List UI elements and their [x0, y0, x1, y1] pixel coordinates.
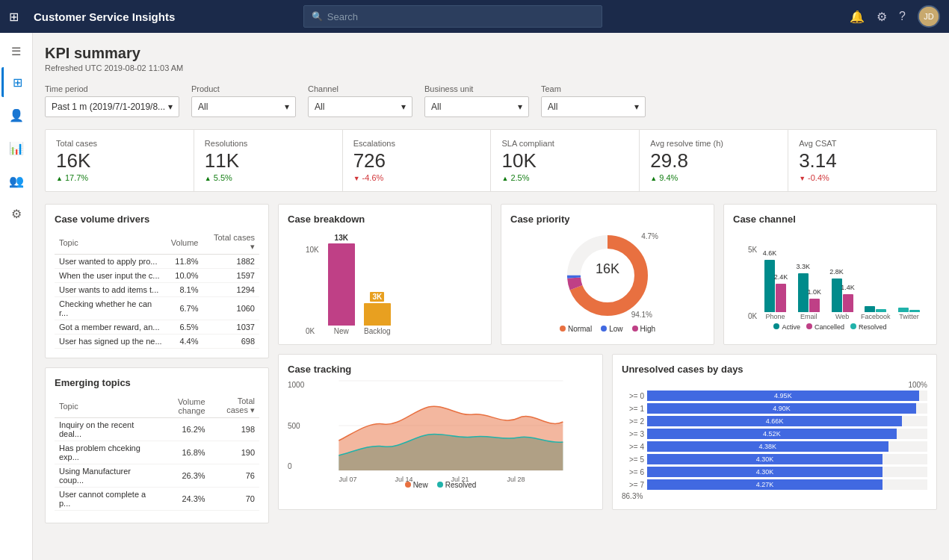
kpi-card: Avg resolve time (h) 29.8 9.4%	[640, 130, 788, 191]
emerging-topics-table: Topic Volume change Total cases ▾ Inquir…	[55, 394, 259, 514]
sidebar-item-dashboard[interactable]: ⊞	[1, 67, 31, 97]
unresolved-bar: 4.90K	[647, 403, 916, 414]
product-label: Product	[191, 84, 296, 93]
chevron-down-icon: ▾	[518, 102, 522, 112]
unresolved-row: >= 1 4.90K	[622, 403, 927, 414]
unresolved-bar-container: 4.90K	[647, 403, 927, 414]
business-unit-filter: Business unit All ▾	[424, 84, 529, 117]
page-title: KPI summary	[45, 45, 937, 62]
backlog-bar	[364, 303, 391, 326]
kpi-arrow-icon	[56, 173, 63, 182]
team-label: Team	[541, 84, 646, 93]
pct-bottom: 86.3%	[622, 492, 927, 500]
col-total-et: Total cases ▾	[210, 394, 259, 418]
main-layout: ☰ ⊞ 👤 📊 👥 ⚙ KPI summary Refreshed UTC 20…	[0, 33, 949, 560]
table-row[interactable]: User wants to add items t... 8.1% 1294	[55, 283, 259, 297]
group-icon: 👥	[9, 174, 24, 188]
col-topic: Topic	[55, 231, 167, 255]
col-volume: Volume	[167, 231, 203, 255]
sidebar-item-teams[interactable]: 👥	[1, 166, 31, 196]
kpi-label: Escalations	[353, 139, 480, 148]
case-breakdown-title: Case breakdown	[288, 214, 482, 225]
sidebar-item-contacts[interactable]: 👤	[1, 100, 31, 130]
bell-icon[interactable]: 🔔	[850, 10, 865, 24]
kpi-change: 2.5%	[501, 173, 628, 182]
bars-container: 13K New 3K Backlog	[328, 246, 476, 335]
hamburger-button[interactable]: ☰	[5, 39, 27, 64]
kpi-value: 29.8	[650, 151, 777, 170]
kpi-arrow-icon	[650, 173, 657, 182]
kpi-arrow-icon	[353, 173, 360, 182]
time-period-label: Time period	[45, 84, 179, 93]
waffle-icon[interactable]: ⊞	[9, 10, 19, 24]
unresolved-row: >= 4 4.38K	[622, 441, 927, 452]
channel-twitter: Twitter	[894, 308, 924, 320]
unresolved-bar-container: 4.27K	[647, 479, 927, 490]
unresolved-bar: 4.95K	[647, 391, 919, 401]
top-navigation: ⊞ Customer Service Insights 🔍 🔔 ⚙ ?	[0, 0, 949, 33]
table-row[interactable]: Inquiry on the recent deal... 16.2% 198	[55, 418, 259, 441]
table-row[interactable]: When the user input the c... 10.0% 1597	[55, 269, 259, 283]
time-period-select[interactable]: Past 1 m (2019/7/1-2019/8... ▾	[45, 96, 179, 117]
case-priority-card: Case priority	[501, 204, 714, 345]
top-chart-row: Case breakdown 10K 0K 13K New	[278, 204, 937, 345]
channel-select[interactable]: All ▾	[308, 96, 412, 117]
kpi-card: Escalations 726 -4.6%	[343, 130, 491, 191]
chart-icon: 📊	[9, 141, 24, 155]
table-row[interactable]: Got a member reward, an... 6.5% 1037	[55, 320, 259, 335]
table-row[interactable]: User cannot complete a p... 24.3% 70	[55, 488, 259, 511]
chevron-down-icon: ▾	[634, 102, 639, 112]
unresolved-title: Unresolved cases by days	[622, 364, 927, 375]
unresolved-bar-container: 4.30K	[647, 454, 927, 464]
chevron-down-icon: ▾	[285, 102, 289, 112]
person-icon: 👤	[9, 108, 24, 122]
case-volume-table-wrapper[interactable]: Topic Volume Total cases ▾ User wanted t…	[55, 231, 259, 349]
unresolved-chart: >= 0 4.95K >= 1 4.90K >= 2 4.66K >= 3 4.…	[622, 391, 927, 490]
emerging-topics-table-wrapper[interactable]: Topic Volume change Total cases ▾ Inquir…	[55, 394, 259, 514]
table-row[interactable]: User has signed up the ne... 4.4% 698	[55, 335, 259, 349]
table-row[interactable]: Has problem chceking exp... 16.8% 190	[55, 441, 259, 464]
svg-text:Jul 21: Jul 21	[451, 476, 469, 483]
dashboard-icon: ⊞	[13, 75, 22, 90]
col-topic-et: Topic	[55, 394, 152, 418]
kpi-value: 726	[353, 151, 480, 170]
help-icon[interactable]: ?	[899, 10, 906, 23]
sidebar-item-settings[interactable]: ⚙	[1, 199, 31, 228]
team-select[interactable]: All ▾	[541, 96, 646, 117]
time-period-filter: Time period Past 1 m (2019/7/1-2019/8...…	[45, 84, 179, 117]
unresolved-row: >= 2 4.66K	[622, 416, 927, 426]
channel-facebook: Facebook	[860, 306, 891, 320]
table-row[interactable]: Using Manufacturer coup... 26.3% 76	[55, 464, 259, 488]
pct-header: 100%	[622, 381, 927, 389]
main-content: KPI summary Refreshed UTC 2019-08-02 11:…	[33, 33, 949, 560]
new-bar-group: 13K New	[328, 234, 355, 335]
svg-text:Jul 07: Jul 07	[339, 476, 357, 483]
business-unit-select[interactable]: All ▾	[424, 96, 529, 117]
unresolved-bar: 4.52K	[647, 429, 897, 439]
case-channel-title: Case channel	[733, 214, 927, 225]
table-row[interactable]: User wanted to apply pro... 11.8% 1882	[55, 255, 259, 269]
search-icon: 🔍	[312, 11, 323, 22]
sidebar-item-reports[interactable]: 📊	[1, 133, 31, 163]
tracking-svg-container: Jul 07 Jul 14 Jul 21 Jul 28	[309, 381, 593, 470]
table-row[interactable]: Got a ""payment failed""... 15.8% 57	[55, 511, 259, 514]
unresolved-bar: 4.38K	[647, 441, 888, 452]
kpi-label: SLA compliant	[501, 139, 628, 148]
avatar[interactable]	[918, 5, 940, 28]
unresolved-row: >= 7 4.27K	[622, 479, 927, 490]
unresolved-bar-container: 4.66K	[647, 416, 927, 426]
case-channel-card: Case channel 5K 0K 4.6K	[723, 204, 937, 345]
donut-container: 16K 4.7% 94.1% Normal Low High	[510, 231, 705, 333]
kpi-card: SLA compliant 10K 2.5%	[491, 130, 639, 191]
table-row[interactable]: Checking whether he can r... 6.7% 1060	[55, 297, 259, 320]
kpi-label: Resolutions	[205, 139, 332, 148]
bottom-chart-row: Case tracking 1000 500 0	[278, 354, 937, 510]
product-select[interactable]: All ▾	[191, 96, 296, 117]
kpi-label: Avg resolve time (h)	[650, 139, 777, 148]
gear-icon[interactable]: ⚙	[877, 10, 887, 24]
kpi-value: 16K	[56, 151, 183, 170]
search-input[interactable]	[327, 11, 594, 22]
kpi-change: 17.7%	[56, 173, 183, 182]
right-panel: Case breakdown 10K 0K 13K New	[278, 204, 937, 523]
search-bar[interactable]: 🔍	[303, 5, 602, 28]
